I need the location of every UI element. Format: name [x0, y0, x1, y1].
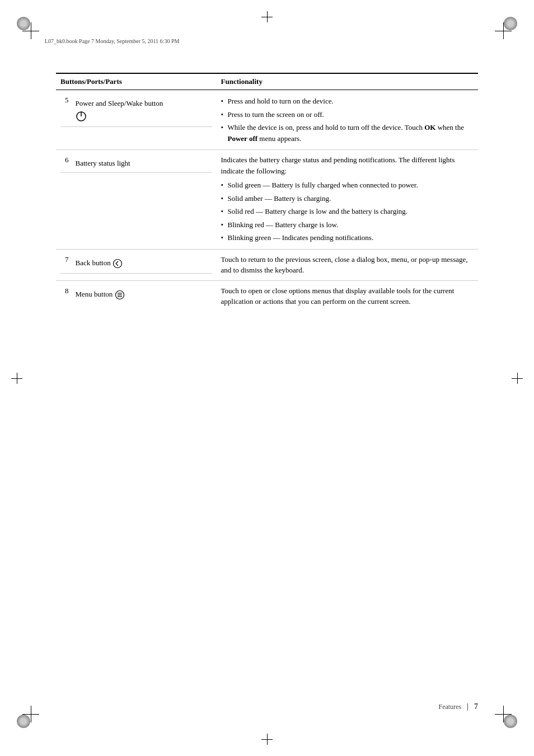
edge-mark-top — [261, 11, 273, 22]
footer-label: Features — [439, 703, 462, 711]
circle-br — [504, 715, 517, 728]
col-header-parts: Buttons/Ports/Parts — [56, 73, 217, 90]
edge-mark-right — [512, 373, 523, 384]
table-row: 8 Menu button — [56, 280, 478, 312]
func-cell-8: Touch to open or close options menus tha… — [217, 280, 478, 312]
func-item: Press to turn the screen on or off. — [221, 108, 474, 121]
row-number-8: 8 — [65, 287, 69, 295]
func-cell-6: Indicates the battery charge status and … — [217, 150, 478, 250]
part-name-8: Menu button — [76, 290, 115, 298]
func-item: Blinking red — Battery charge is low. — [221, 218, 474, 232]
part-cell-8: 8 Menu button — [56, 280, 217, 312]
circle-tr — [504, 17, 517, 30]
table-row: 5 Power and Sleep/Wake button — [56, 90, 478, 150]
part-name-5: Power and Sleep/Wake button — [76, 99, 163, 107]
table-row: 7 Back button — [56, 249, 478, 280]
features-table: Buttons/Ports/Parts Functionality 5 Powe… — [56, 73, 478, 312]
func-item: Blinking green — Indicates pending notif… — [221, 231, 474, 245]
menu-button-icon — [115, 290, 125, 298]
part-name-7: Back button — [76, 259, 113, 267]
func-list-6: Solid green — Battery is fully charged w… — [221, 179, 474, 245]
func-cell-7: Touch to return to the previous screen, … — [217, 249, 478, 280]
func-cell-5: Press and hold to turn on the device. Pr… — [217, 90, 478, 150]
edge-mark-bottom — [261, 734, 273, 745]
row-number-7: 7 — [65, 255, 69, 264]
footer-separator: | — [467, 702, 469, 711]
col-header-functionality: Functionality — [217, 73, 478, 90]
page-header: L07_bk0.book Page 7 Monday, September 5,… — [45, 38, 489, 44]
page-footer: Features | 7 — [56, 702, 478, 711]
row-number-5: 5 — [65, 96, 69, 104]
func-item: While the device is on, press and hold t… — [221, 121, 474, 145]
circle-bl — [17, 715, 30, 728]
svg-point-2 — [113, 259, 121, 267]
func-intro-6: Indicates the battery charge status and … — [221, 156, 455, 175]
part-cell-6: 6 Battery status light — [56, 150, 217, 250]
circle-tl — [17, 17, 30, 30]
header-text: L07_bk0.book Page 7 Monday, September 5,… — [45, 38, 179, 44]
main-content: Buttons/Ports/Parts Functionality 5 Powe… — [56, 73, 478, 689]
part-cell-7: 7 Back button — [56, 249, 217, 280]
func-item: Press and hold to turn on the device. — [221, 95, 474, 108]
func-text-8: Touch to open or close options menus tha… — [221, 287, 455, 306]
footer-page-number: 7 — [474, 702, 478, 711]
back-button-icon — [113, 259, 123, 267]
func-list-5: Press and hold to turn on the device. Pr… — [221, 95, 474, 145]
func-item: Solid green — Battery is fully charged w… — [221, 179, 474, 192]
row-number-6: 6 — [65, 156, 69, 164]
part-cell-5: 5 Power and Sleep/Wake button — [56, 90, 217, 150]
func-item: Solid amber — Battery is charging. — [221, 192, 474, 205]
func-item: Solid red — Battery charge is low and th… — [221, 205, 474, 218]
part-name-6: Battery status light — [76, 159, 130, 167]
power-button-icon — [76, 111, 87, 122]
edge-mark-left — [11, 373, 22, 384]
table-row: 6 Battery status light Indicates the bat… — [56, 150, 478, 250]
func-text-7: Touch to return to the previous screen, … — [221, 255, 468, 275]
